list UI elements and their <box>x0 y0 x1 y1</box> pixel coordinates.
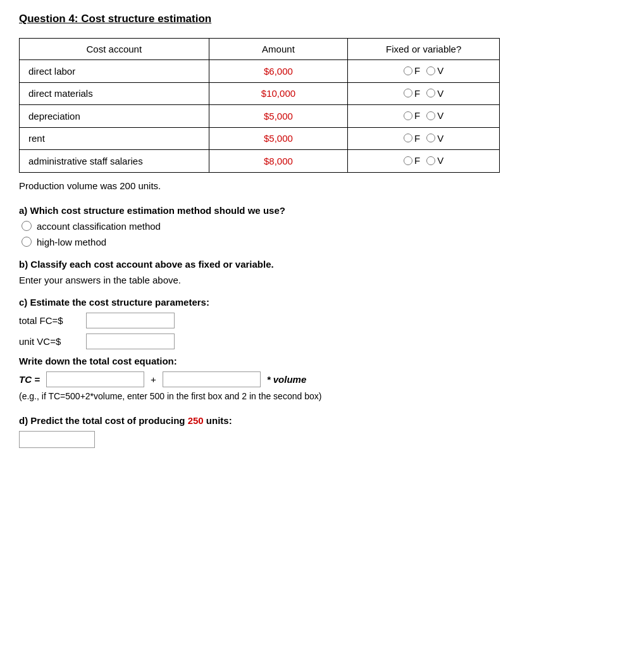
section-a-title: a) Which cost structure estimation metho… <box>19 205 625 216</box>
fixed-radio[interactable] <box>404 111 412 120</box>
table-row: direct materials$10,000FV <box>20 82 500 105</box>
section-a: a) Which cost structure estimation metho… <box>19 205 625 247</box>
fixed-variable-cell[interactable]: FV <box>348 105 500 128</box>
tc-label: TC = <box>19 374 40 385</box>
fixed-radio-label[interactable]: F <box>404 155 420 166</box>
section-b-instruction: Enter your answers in the table above. <box>19 275 625 285</box>
table-row: administrative staff salaries$8,000FV <box>20 150 500 173</box>
total-fc-input[interactable] <box>86 313 175 328</box>
fixed-label: F <box>414 65 420 76</box>
fixed-variable-cell[interactable]: FV <box>348 82 500 105</box>
fixed-label: F <box>414 110 420 121</box>
section-d-highlight: 250 <box>188 415 204 426</box>
unit-vc-input[interactable] <box>86 333 175 349</box>
section-c: c) Estimate the cost structure parameter… <box>19 297 625 401</box>
variable-radio[interactable] <box>426 134 435 142</box>
method-highlow-radio[interactable] <box>22 237 32 247</box>
variable-radio-label[interactable]: V <box>426 155 443 166</box>
method-highlow-label: high-low method <box>37 237 106 247</box>
fixed-radio[interactable] <box>404 89 412 97</box>
fixed-variable-cell[interactable]: FV <box>348 60 500 83</box>
write-title: Write down the total cost equation: <box>19 356 625 366</box>
fixed-label: F <box>414 88 420 99</box>
cost-account-cell: direct materials <box>20 82 209 105</box>
section-b: b) Classify each cost account above as f… <box>19 259 625 285</box>
fixed-variable-cell[interactable]: FV <box>348 127 500 150</box>
fixed-radio[interactable] <box>404 156 412 165</box>
example-note: (e.g., if TC=500+2*volume, enter 500 in … <box>19 391 625 401</box>
cost-account-cell: direct labor <box>20 60 209 83</box>
fixed-variable-cell[interactable]: FV <box>348 150 500 173</box>
table-row: rent$5,000FV <box>20 127 500 150</box>
variable-label: V <box>437 88 443 99</box>
page-title: Question 4: Cost structure estimation <box>19 13 625 25</box>
method-account-radio[interactable] <box>22 221 32 231</box>
amount-cell: $8,000 <box>209 150 348 173</box>
total-fc-label: total FC=$ <box>19 315 82 326</box>
unit-vc-row: unit VC=$ <box>19 333 625 349</box>
variable-radio[interactable] <box>426 111 435 120</box>
col-header-fixed-variable: Fixed or variable? <box>348 39 500 60</box>
variable-radio-label[interactable]: V <box>426 133 443 144</box>
tc-second-input[interactable] <box>163 371 261 387</box>
section-d-title-end: units: <box>204 415 232 426</box>
cost-account-cell: administrative staff salaries <box>20 150 209 173</box>
total-fc-row: total FC=$ <box>19 313 625 328</box>
table-row: depreciation$5,000FV <box>20 105 500 128</box>
amount-cell: $6,000 <box>209 60 348 83</box>
fixed-radio-label[interactable]: F <box>404 65 420 76</box>
section-c-title: c) Estimate the cost structure parameter… <box>19 297 625 308</box>
cost-table: Cost account Amount Fixed or variable? d… <box>19 38 500 173</box>
tc-first-input[interactable] <box>46 371 144 387</box>
variable-label: V <box>437 65 443 76</box>
variable-radio[interactable] <box>426 89 435 97</box>
variable-label: V <box>437 110 443 121</box>
fixed-label: F <box>414 133 420 144</box>
variable-radio-label[interactable]: V <box>426 110 443 121</box>
variable-radio[interactable] <box>426 156 435 165</box>
tc-equation-row: TC = + * volume <box>19 371 625 387</box>
variable-label: V <box>437 133 443 144</box>
amount-cell: $5,000 <box>209 105 348 128</box>
section-d-title: d) Predict the total cost of producing 2… <box>19 415 625 426</box>
col-header-cost-account: Cost account <box>20 39 209 60</box>
fixed-radio-label[interactable]: F <box>404 88 420 99</box>
unit-vc-label: unit VC=$ <box>19 336 82 347</box>
variable-label: V <box>437 155 443 166</box>
predict-input[interactable] <box>19 431 95 448</box>
cost-account-cell: depreciation <box>20 105 209 128</box>
production-note: Production volume was 200 units. <box>19 180 625 191</box>
variable-radio-label[interactable]: V <box>426 65 443 76</box>
table-row: direct labor$6,000FV <box>20 60 500 83</box>
fixed-label: F <box>414 155 420 166</box>
variable-radio[interactable] <box>426 66 435 75</box>
volume-label: * volume <box>267 374 307 385</box>
section-d-title-start: d) Predict the total cost of producing <box>19 415 188 426</box>
col-header-amount: Amount <box>209 39 348 60</box>
variable-radio-label[interactable]: V <box>426 88 443 99</box>
amount-cell: $10,000 <box>209 82 348 105</box>
method-account-label: account classification method <box>37 221 161 232</box>
method-option-highlow[interactable]: high-low method <box>22 237 625 247</box>
cost-account-cell: rent <box>20 127 209 150</box>
section-d: d) Predict the total cost of producing 2… <box>19 415 625 448</box>
section-b-title: b) Classify each cost account above as f… <box>19 259 625 270</box>
amount-cell: $5,000 <box>209 127 348 150</box>
plus-label: + <box>151 374 156 385</box>
fixed-radio-label[interactable]: F <box>404 110 420 121</box>
fixed-radio-label[interactable]: F <box>404 133 420 144</box>
fixed-radio[interactable] <box>404 134 412 142</box>
fixed-radio[interactable] <box>404 66 412 75</box>
method-option-account[interactable]: account classification method <box>22 221 625 232</box>
